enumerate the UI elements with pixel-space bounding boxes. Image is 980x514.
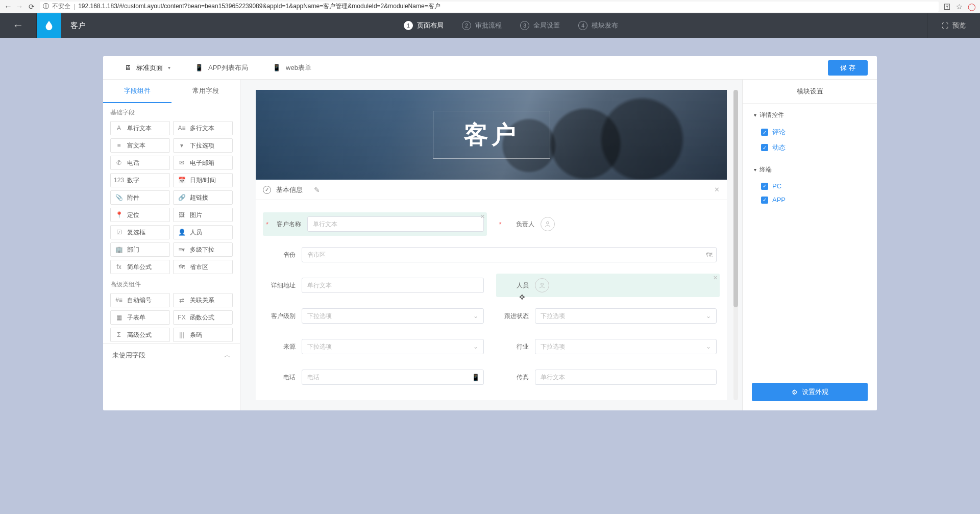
field-type-icon: 123 <box>115 177 123 184</box>
checkbox-checked-icon[interactable]: ✓ <box>761 183 768 190</box>
workspace: 🖥 标准页面 ▾ 📱 APP列表布局 📱 web表单 保 存 字段组件 常用字段… <box>103 56 877 410</box>
nav-forward-icon[interactable]: → <box>15 2 23 11</box>
basic-field-12[interactable]: ☑复选框 <box>110 225 170 239</box>
close-icon[interactable]: ✕ <box>714 186 720 193</box>
detail-controls-header[interactable]: ▾ 详情控件 <box>754 111 866 119</box>
section-header[interactable]: ✓ 基本信息 ✎ ✕ <box>256 180 727 200</box>
basic-field-15[interactable]: ≡▾多级下拉 <box>173 242 233 257</box>
field-address[interactable]: 详细地址 <box>263 274 487 297</box>
field-person-dragging[interactable]: ✕ 人员 ✥ <box>496 274 720 297</box>
mode-standard[interactable]: 🖥 标准页面 ▾ <box>112 63 183 72</box>
field-fax[interactable]: 传真 <box>496 365 720 389</box>
step-publish[interactable]: 4 模块发布 <box>578 21 618 30</box>
mode-web-form[interactable]: 📱 web表单 <box>260 63 324 72</box>
adv-field-4[interactable]: Σ高级公式 <box>110 328 170 342</box>
checkbox-checked-icon[interactable]: ✓ <box>761 144 768 151</box>
field-industry[interactable]: 行业 下拉选项⌄ <box>496 335 720 358</box>
basic-field-16[interactable]: fx简单公式 <box>110 260 170 274</box>
field-type-icon: ▾ <box>178 142 186 149</box>
adv-field-0[interactable]: #≡自动编号 <box>110 293 170 307</box>
adv-field-2[interactable]: ▦子表单 <box>110 310 170 325</box>
field-level[interactable]: 客户级别 下拉选项⌄ <box>263 304 487 328</box>
basic-field-8[interactable]: 📎附件 <box>110 190 170 205</box>
address-input[interactable] <box>302 278 484 293</box>
field-item-label: 自动编号 <box>127 296 152 305</box>
chevron-down-icon: ⌄ <box>706 343 711 350</box>
level-select[interactable]: 下拉选项⌄ <box>302 308 484 324</box>
scrollbar[interactable] <box>733 90 738 400</box>
mode-app-list[interactable]: 📱 APP列表布局 <box>183 63 260 72</box>
url-bar[interactable]: ⓘ 不安全 | 192.168.1.183/#/customLayout/con… <box>40 2 939 12</box>
field-item-label: 电子邮箱 <box>190 159 214 167</box>
basic-field-2[interactable]: ≡富文本 <box>110 138 170 153</box>
basic-field-3[interactable]: ▾下拉选项 <box>173 138 233 153</box>
basic-field-4[interactable]: ✆电话 <box>110 156 170 170</box>
design-canvas[interactable]: 客户 ✓ 基本信息 ✎ ✕ ✕ * 客户名称 <box>240 80 742 410</box>
unused-fields-toggle[interactable]: 未使用字段 ︿ <box>103 343 240 367</box>
adv-field-1[interactable]: ⇄关联关系 <box>173 293 233 307</box>
star-icon[interactable]: ☆ <box>956 3 963 11</box>
step-global[interactable]: 3 全局设置 <box>520 21 560 30</box>
basic-field-7[interactable]: 📅日期/时间 <box>173 173 233 187</box>
phone-input[interactable] <box>302 370 484 385</box>
reload-icon[interactable]: ⟳ <box>29 3 35 11</box>
ext-icon[interactable]: ◯ <box>968 3 976 11</box>
field-source[interactable]: 来源 下拉选项⌄ <box>263 335 487 358</box>
step-approval[interactable]: 2 审批流程 <box>462 21 502 30</box>
close-icon[interactable]: ✕ <box>480 213 485 220</box>
tab-common-fields[interactable]: 常用字段 <box>172 80 240 103</box>
banner[interactable]: 客户 <box>256 90 727 180</box>
basic-field-10[interactable]: 📍定位 <box>110 208 170 222</box>
industry-select[interactable]: 下拉选项⌄ <box>535 339 717 354</box>
set-appearance-button[interactable]: ⚙ 设置外观 <box>752 383 868 401</box>
tab-field-components[interactable]: 字段组件 <box>103 80 172 103</box>
move-cursor-icon: ✥ <box>519 293 525 301</box>
left-panel: 字段组件 常用字段 基础字段 A单行文本A≡多行文本≡富文本▾下拉选项✆电话✉电… <box>103 80 240 410</box>
checkbox-checked-icon[interactable]: ✓ <box>761 197 768 204</box>
basic-field-13[interactable]: 👤人员 <box>173 225 233 239</box>
field-item-label: 多级下拉 <box>190 246 214 254</box>
step-layout[interactable]: 1 页面布局 <box>404 21 444 30</box>
nav-back-icon[interactable]: ← <box>4 2 12 11</box>
mobile-icon: 📱 <box>195 64 203 71</box>
fax-input[interactable] <box>535 370 717 385</box>
user-icon[interactable] <box>535 278 549 292</box>
edit-icon[interactable]: ✎ <box>314 186 320 194</box>
customer-name-input[interactable] <box>307 216 483 232</box>
app-logo <box>37 13 61 38</box>
user-icon[interactable] <box>541 217 555 231</box>
source-select[interactable]: 下拉选项⌄ <box>302 339 484 354</box>
adv-field-5[interactable]: |||条码 <box>173 328 233 342</box>
field-type-icon: 🖼 <box>178 211 186 218</box>
field-follow-status[interactable]: 跟进状态 下拉选项⌄ <box>496 304 720 328</box>
section-title: 基本信息 <box>276 185 303 194</box>
field-owner[interactable]: * 负责人 <box>496 212 720 236</box>
checkbox-checked-icon[interactable]: ✓ <box>761 129 768 136</box>
back-button[interactable]: ← <box>0 13 37 38</box>
close-icon[interactable]: ✕ <box>713 275 718 281</box>
detail-item-comment[interactable]: ✓ 评论 <box>754 125 866 140</box>
terminal-header[interactable]: ▾ 终端 <box>754 165 866 174</box>
province-input[interactable] <box>302 247 717 262</box>
field-province[interactable]: 省份 🗺 <box>263 243 720 266</box>
basic-field-17[interactable]: 🗺省市区 <box>173 260 233 274</box>
field-customer-name[interactable]: ✕ * 客户名称 <box>263 212 487 236</box>
basic-field-0[interactable]: A单行文本 <box>110 121 170 135</box>
basic-field-1[interactable]: A≡多行文本 <box>173 121 233 135</box>
basic-field-11[interactable]: 🖼图片 <box>173 208 233 222</box>
gear-icon: ⚙ <box>792 388 798 396</box>
follow-select[interactable]: 下拉选项⌄ <box>535 308 717 324</box>
preview-button[interactable]: ⛶ 预览 <box>927 13 980 38</box>
field-item-label: 函数公式 <box>190 313 214 322</box>
terminal-item-app[interactable]: ✓ APP <box>754 193 866 207</box>
adv-field-3[interactable]: FX函数公式 <box>173 310 233 325</box>
save-button[interactable]: 保 存 <box>828 60 868 76</box>
detail-item-activity[interactable]: ✓ 动态 <box>754 140 866 155</box>
field-phone[interactable]: 电话 📱 <box>263 365 487 389</box>
basic-field-9[interactable]: 🔗超链接 <box>173 190 233 205</box>
terminal-item-pc[interactable]: ✓ PC <box>754 179 866 193</box>
basic-field-6[interactable]: 123数字 <box>110 173 170 187</box>
basic-field-5[interactable]: ✉电子邮箱 <box>173 156 233 170</box>
basic-field-14[interactable]: 🏢部门 <box>110 242 170 257</box>
key-icon[interactable]: ⚿ <box>944 3 951 11</box>
